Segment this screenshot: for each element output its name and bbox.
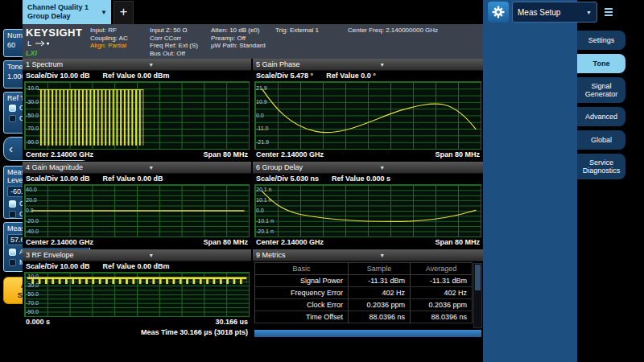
window-title: 9 Metrics (256, 251, 286, 259)
tab-line2: Group Delay (27, 12, 101, 21)
gear-icon (491, 5, 506, 19)
y-axis-label: 10.1 n (256, 197, 271, 203)
scale-info: Scale/Div 5.030 ns Ref Value 0.000 s (253, 174, 483, 184)
chevron-down-icon: ▼ (148, 162, 154, 174)
align-status: Align: Partial (90, 42, 128, 50)
tab-settings[interactable]: Settings (577, 31, 625, 50)
y-axis-label: -70.0 (26, 300, 39, 306)
control-panel (483, 0, 577, 362)
tab-advanced[interactable]: Advanced (577, 107, 625, 126)
gain-magnitude-plot[interactable]: 40.0 20.0 0.0 -20.0 -40.0 (24, 184, 250, 237)
y-axis-label: -90.0 (26, 308, 39, 314)
y-axis-label: 40.0 (26, 187, 37, 192)
local-indicator: L (27, 39, 31, 47)
y-axis-label: 0.0 (26, 208, 34, 213)
tab-signal-generator[interactable]: Signal Generator (577, 77, 625, 103)
unselected-indicator-icon (9, 259, 16, 266)
gain-phase-plot[interactable]: 21.9 10.9 0.0 -11.0 -21.9 (254, 81, 481, 150)
lxi-logo: LXI (26, 49, 37, 57)
chevron-down-icon: ▼ (148, 59, 154, 71)
window-title: 4 Gain Magnitude (26, 163, 83, 171)
group-delay-title-bar[interactable]: 6 Group Delay ▼ (253, 162, 483, 174)
y-axis-label: -50.0 (26, 291, 39, 297)
metric-label: Frequency Error (255, 287, 349, 299)
rf-envelope-trace (25, 273, 249, 316)
y-axis-label: -20.0 (26, 218, 39, 224)
task-bar: ? Mar 17, 2022 7:55:31 PM ••• △ (0, 338, 483, 362)
instrument-header: KEYSIGHT L LXI Input: RF Coupling: AC Al… (23, 24, 483, 59)
unselected-indicator-icon (9, 115, 16, 122)
y-axis-label: 0.0 (256, 112, 264, 117)
y-axis-label: -70.0 (26, 125, 39, 131)
scale-info: Scale/Div 10.00 dB Ref Value 0.00 dBm (23, 71, 251, 81)
window-title: 5 Gain Phase (256, 60, 300, 68)
y-axis-label: -50.0 (26, 112, 39, 117)
metric-label: Clock Error (255, 299, 349, 311)
selected-indicator-icon (9, 105, 16, 112)
column-header: Averaged (411, 263, 473, 275)
chevron-left-icon: ‹ (9, 142, 13, 154)
metric-sample: 402 Hz (349, 287, 411, 299)
x-axis-annotation: Center 2.14000 GHz Span 80 MHz (253, 150, 483, 160)
metric-label: Time Offset (255, 311, 349, 323)
metrics-title-bar[interactable]: 9 Metrics ▼ (253, 249, 483, 261)
scale-info: Scale/Div 10.00 dB Ref Value 0.00 dB (23, 174, 251, 184)
y-axis-label: -90.0 (26, 138, 39, 144)
chevron-down-icon: ▼ (101, 9, 111, 16)
x-axis-annotation: Center 2.14000 GHz Span 80 MHz (23, 237, 251, 248)
spectrum-title-bar[interactable]: 1 Spectrum ▼ (23, 59, 251, 71)
menu-tab-strip: Settings Tone Signal Generator Advanced … (577, 0, 627, 362)
tab-tone[interactable]: Tone (577, 54, 625, 73)
y-axis-label: -10.1 n (256, 218, 274, 224)
column-header: Basic (255, 263, 349, 275)
y-axis-label: -11.0 (256, 125, 268, 131)
center-freq-readout: Center Freq: 2.140000000 GHz (348, 27, 438, 35)
selected-indicator-icon (9, 200, 16, 208)
unselected-indicator-icon (9, 211, 16, 218)
window-gain-magnitude: 4 Gain Magnitude ▼ Scale/Div 10.00 dB Re… (23, 162, 251, 248)
y-axis-label: -10.0 (26, 85, 39, 91)
measurement-windows: 1 Spectrum ▼ Scale/Div 10.00 dB Ref Valu… (23, 59, 483, 338)
gain-phase-title-bar[interactable]: 5 Gain Phase ▼ (253, 59, 483, 71)
chevron-down-icon: ▼ (379, 162, 385, 174)
window-spectrum: 1 Spectrum ▼ Scale/Div 10.00 dB Ref Valu… (23, 59, 251, 160)
gain-magnitude-trace (25, 185, 249, 237)
y-axis-label: 20.1 n (256, 187, 271, 192)
x-axis-annotation: 0.000 s 30.166 us (23, 317, 251, 327)
y-axis-label: -30.0 (26, 282, 39, 288)
sweep-arrow-icon (35, 40, 50, 47)
metric-label: Signal Power (255, 275, 349, 287)
window-gain-phase: 5 Gain Phase ▼ Scale/Div 5.478 ° Ref Val… (253, 59, 483, 160)
gain-magnitude-title-bar[interactable]: 4 Gain Magnitude ▼ (23, 162, 251, 174)
spectrum-plot[interactable]: -10.0 -30.0 -50.0 -70.0 -90.0 (24, 81, 250, 150)
measurement-tab[interactable]: Channel Quality 1 Group Delay ▼ (23, 0, 111, 24)
add-tab-button[interactable]: + (114, 1, 134, 25)
metric-averaged: 402 Hz (411, 287, 473, 299)
y-axis-label: -30.0 (26, 99, 39, 105)
window-group-delay: 6 Group Delay ▼ Scale/Div 5.030 ns Ref V… (253, 162, 483, 248)
trigger-setting: Trig: External 1 (275, 27, 319, 35)
metrics-scrollbar[interactable] (473, 263, 482, 328)
metric-sample: -11.31 dBm (349, 275, 411, 287)
group-delay-plot[interactable]: 20.1 n 10.1 n 0.0 -10.1 n -20.1 n (254, 184, 481, 237)
scale-info: Scale/Div 10.00 dB Ref Value 0.00 dBm (23, 261, 251, 272)
tab-global[interactable]: Global (577, 130, 625, 150)
window-title: 6 Group Delay (256, 163, 303, 171)
metrics-partial-row (254, 330, 481, 337)
metric-sample: 88.0396 ns (349, 311, 411, 323)
y-axis-label: -21.9 (256, 138, 269, 144)
tab-line1: Channel Quality 1 (27, 3, 101, 12)
y-axis-label: -40.0 (26, 228, 39, 233)
meas-setup-label: Meas Setup (518, 8, 560, 17)
rf-envelope-title-bar[interactable]: 3 RF Envelope ▼ (23, 249, 251, 261)
system-settings-button[interactable] (488, 2, 509, 23)
window-title: 3 RF Envelope (26, 251, 74, 259)
window-rf-envelope: 3 RF Envelope ▼ Scale/Div 10.00 dB Ref V… (23, 249, 251, 338)
scale-info: Scale/Div 5.478 ° Ref Value 0.0 ° (253, 71, 483, 81)
metric-sample: 0.2036 ppm (349, 299, 411, 311)
window-title: 1 Spectrum (26, 60, 63, 68)
mode-indicators: L (27, 39, 50, 47)
tab-service-diagnostics[interactable]: Service Diagnostics (577, 154, 625, 179)
metric-averaged: -11.31 dBm (411, 275, 473, 287)
rf-envelope-plot[interactable]: -10.0 -30.0 -50.0 -70.0 -90.0 (24, 272, 250, 317)
